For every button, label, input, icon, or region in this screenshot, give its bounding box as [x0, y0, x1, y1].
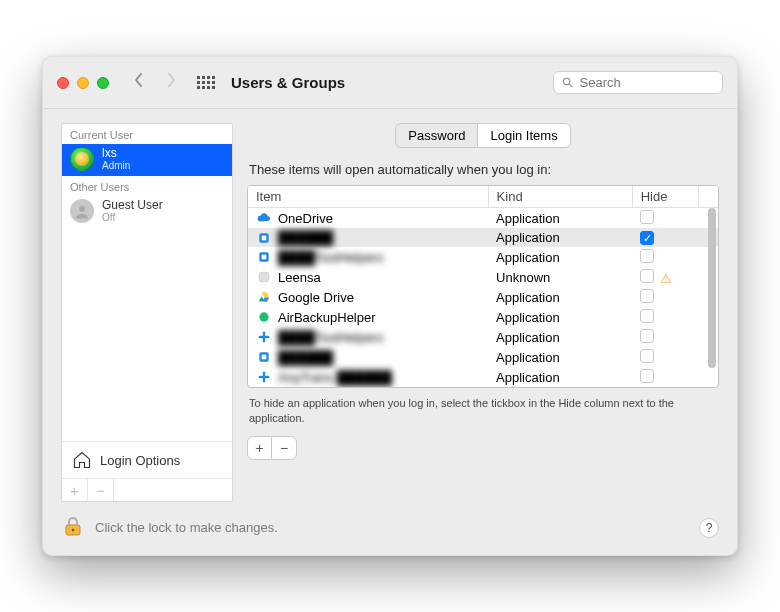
show-all-button[interactable] [197, 76, 215, 89]
search-field[interactable] [553, 71, 723, 94]
svg-line-1 [569, 84, 572, 87]
app-icon [256, 329, 272, 345]
sidebar-item-guest-user[interactable]: Guest User Off [62, 196, 232, 228]
table-row[interactable]: AirBackupHelper Application [248, 307, 718, 327]
app-icon [256, 269, 272, 285]
svg-point-19 [72, 529, 75, 532]
forward-button[interactable] [159, 72, 183, 93]
close-icon[interactable] [57, 77, 69, 89]
hide-checkbox[interactable] [640, 329, 654, 343]
user-add-remove: + − [62, 478, 232, 501]
item-name: OneDrive [278, 211, 333, 226]
login-items-table: Item Kind Hide OneDrive Application ████… [247, 185, 719, 388]
table-row[interactable]: Leensa Unknown ⚠︎ [248, 267, 718, 287]
column-header-item[interactable]: Item [248, 186, 488, 208]
item-kind: Application [488, 367, 632, 387]
item-name: ████ToolHelpers [278, 250, 384, 265]
app-icon [256, 249, 272, 265]
hide-checkbox[interactable] [640, 369, 654, 383]
svg-rect-13 [259, 336, 270, 338]
preferences-window: Users & Groups Current User lxs Admin Ot… [42, 56, 738, 556]
svg-rect-4 [262, 235, 267, 240]
remove-item-button[interactable]: − [272, 437, 296, 459]
minimize-icon[interactable] [77, 77, 89, 89]
login-options-button[interactable]: Login Options [62, 441, 232, 478]
hide-checkbox[interactable] [640, 249, 654, 263]
svg-rect-6 [262, 255, 267, 260]
help-button[interactable]: ? [699, 518, 719, 538]
item-kind: Application [488, 347, 632, 367]
column-header-hide[interactable]: Hide [632, 186, 698, 208]
lock-text: Click the lock to make changes. [95, 520, 689, 535]
avatar-icon [70, 147, 94, 171]
back-button[interactable] [127, 72, 151, 93]
svg-rect-17 [259, 376, 270, 378]
zoom-icon[interactable] [97, 77, 109, 89]
svg-point-2 [79, 206, 85, 212]
app-icon [256, 289, 272, 305]
user-name: lxs [102, 147, 130, 160]
item-kind: Application [488, 307, 632, 327]
item-name: ████ToolHelpers [278, 330, 384, 345]
guest-name: Guest User [102, 199, 163, 212]
app-icon [256, 210, 272, 226]
hide-checkbox[interactable] [640, 210, 654, 224]
search-input[interactable] [580, 75, 715, 90]
item-name: AirBackupHelper [278, 310, 376, 325]
tab-bar: Password Login Items [247, 123, 719, 148]
table-scrollbar[interactable] [708, 208, 716, 385]
svg-rect-7 [259, 272, 268, 281]
item-name: ██████ [278, 350, 333, 365]
table-row[interactable]: ████ToolHelpers Application [248, 247, 718, 267]
app-icon [256, 369, 272, 385]
item-name: AnyTrans ██████ [278, 370, 392, 385]
description-text: These items will open automatically when… [249, 162, 717, 177]
table-row[interactable]: AnyTrans ██████ Application [248, 367, 718, 387]
warning-icon: ⚠︎ [660, 271, 672, 286]
main-pane: Password Login Items These items will op… [247, 123, 719, 502]
tab-password[interactable]: Password [396, 124, 478, 147]
user-role: Admin [102, 160, 130, 171]
svg-marker-9 [262, 292, 270, 297]
item-kind: Application [488, 247, 632, 267]
remove-user-button[interactable]: − [88, 479, 114, 501]
guest-status: Off [102, 212, 163, 223]
svg-rect-15 [262, 355, 267, 360]
app-icon [256, 349, 272, 365]
table-row[interactable]: ████ToolHelpers Application [248, 327, 718, 347]
avatar-silhouette-icon [70, 199, 94, 223]
window-controls [57, 77, 109, 89]
add-item-button[interactable]: + [248, 437, 272, 459]
item-name: ██████ [278, 230, 333, 245]
sidebar-item-current-user[interactable]: lxs Admin [62, 144, 232, 176]
table-row[interactable]: Google Drive Application [248, 287, 718, 307]
hide-checkbox[interactable] [640, 309, 654, 323]
item-kind: Unknown [488, 267, 632, 287]
add-user-button[interactable]: + [62, 479, 88, 501]
hide-checkbox[interactable] [640, 349, 654, 363]
toolbar: Users & Groups [43, 57, 737, 109]
table-row[interactable]: OneDrive Application [248, 208, 718, 229]
house-icon [72, 450, 92, 470]
login-options-label: Login Options [100, 453, 180, 468]
hide-checkbox[interactable] [640, 231, 654, 245]
item-kind: Application [488, 208, 632, 229]
table-row[interactable]: ██████ Application [248, 228, 718, 247]
item-kind: Application [488, 287, 632, 307]
tab-login-items[interactable]: Login Items [478, 124, 569, 147]
column-header-kind[interactable]: Kind [488, 186, 632, 208]
item-kind: Application [488, 327, 632, 347]
lock-icon [61, 514, 85, 538]
other-users-label: Other Users [62, 176, 232, 196]
svg-point-11 [259, 312, 268, 321]
user-sidebar: Current User lxs Admin Other Users Guest… [61, 123, 233, 502]
table-row[interactable]: ██████ Application [248, 347, 718, 367]
item-name: Google Drive [278, 290, 354, 305]
lock-button[interactable] [61, 514, 85, 541]
hide-checkbox[interactable] [640, 269, 654, 283]
app-icon [256, 309, 272, 325]
hide-checkbox[interactable] [640, 289, 654, 303]
page-title: Users & Groups [231, 74, 345, 91]
search-icon [562, 76, 574, 89]
item-name: Leensa [278, 270, 321, 285]
